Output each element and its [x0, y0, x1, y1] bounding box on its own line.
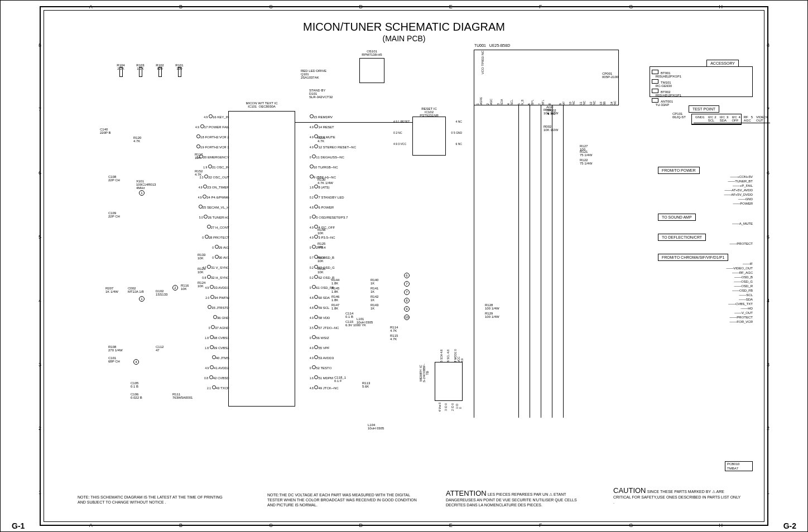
signal-line: ───SDA — [658, 298, 753, 301]
tuner-pin: 8 — [548, 100, 555, 105]
signal-line: ───FOR_VCR — [658, 320, 753, 323]
tuner-pin: 2 AGC — [486, 100, 493, 105]
component: C1140.1 B — [345, 312, 353, 318]
grid-col: C — [269, 4, 273, 9]
component: R111763W5A0001 — [172, 393, 193, 399]
component: R1471.8K — [331, 303, 339, 310]
wire — [518, 105, 519, 418]
signal-line: ───GND — [658, 197, 753, 201]
accessory-item: BT001 R03(AB)2PXGP1 — [652, 70, 751, 78]
inner-frame: MICON/TUNER SCHEMATIC DIAGRAM (MAIN PCB)… — [44, 10, 764, 522]
component: R12310K — [198, 267, 205, 274]
ic-pin: 4 NC — [456, 120, 462, 123]
component: R1304.7K 1/4W — [318, 178, 333, 185]
component: R108270 1/4W — [108, 345, 123, 352]
component: C1050.1 B — [131, 381, 138, 388]
component: L10110uH 0305 — [357, 317, 373, 324]
component: R12510K — [318, 242, 325, 249]
grid-row: 3 — [767, 362, 769, 367]
ic-pin: 4.9 4 I2C_OFF — [310, 225, 356, 235]
component: R1401K — [371, 278, 378, 285]
node-ref: 8 — [404, 298, 410, 303]
grid-row: 2 — [39, 425, 41, 431]
grid-row: 2 — [767, 425, 769, 431]
outer-frame: MICON/TUNER SCHEMATIC DIAGRAM (MAIN PCB)… — [40, 6, 768, 526]
connection-group: FROM/TO POWER ───+CON+5V───TUNER_BT───+P… — [658, 167, 753, 205]
ic-pin: 40 JTMS — [195, 355, 229, 365]
grid-row: 4 — [39, 298, 41, 303]
ic-pin: 0 2 P3.4 — [310, 245, 356, 255]
tuner-pin: 5 V_B — [517, 100, 524, 105]
ic-pin: 10 TU/RGB─NC — [310, 165, 356, 175]
node-ref: 1 — [139, 190, 145, 196]
node-ref: 6 — [404, 273, 410, 278]
ic-pin: 27 H_CONT — [195, 225, 229, 235]
tuner-pin: 1 AGRE — [476, 100, 483, 105]
memory-ic: MEMRY ICS-24C08BF-TB 4 Vss 03 ID 02 ID 0… — [435, 362, 463, 401]
test-point-row: RF AGC5 — [742, 115, 754, 123]
ic-pin: 4.9 1 RESET — [393, 120, 410, 123]
note-1: NOTE: THIS SCHEMATIC DIAGRAM IS THE LATE… — [78, 495, 223, 505]
signal-line: ───PROTECT — [658, 242, 753, 245]
ic-pin: 18 FORTH2:VCR 2 — [195, 134, 229, 144]
remocon-block: OS101RPM7138-H5 — [359, 58, 384, 83]
component: R129100 1/4W — [485, 312, 499, 318]
ic-pin: 0 56 WSIZ — [310, 335, 356, 345]
tuner-pin: 12 NC — [589, 100, 596, 105]
ic-pin: 0 2 NC — [393, 131, 402, 134]
grid-col: G — [629, 523, 633, 528]
component: R12410K — [198, 281, 205, 288]
ic-pin: 1 ID 0 — [455, 402, 462, 409]
test-point-row: I2C OFF4 — [730, 115, 742, 123]
component: R127100 — [580, 144, 588, 151]
grid-row: 5 — [39, 234, 41, 240]
node-ref: 10 — [404, 315, 410, 320]
tuner-pin: 4 SCL — [507, 100, 513, 105]
corner-bl: G-1 — [12, 521, 25, 530]
ic-pin: 0.7 64 OSD_B — [310, 255, 356, 265]
grid-row: 1 — [39, 490, 41, 495]
grid-col: C — [269, 523, 273, 528]
test-point-row: I2C SCL2 — [706, 115, 718, 123]
note-2: NOTE:THE DC VOLTAGE AT EACH PART WAS MEA… — [267, 492, 424, 507]
grid-row: 4 — [767, 298, 769, 303]
component: R2071K 1/4W — [105, 287, 118, 293]
signal-line: ───RF_AGC — [658, 271, 753, 274]
component: R1135.6K — [362, 381, 370, 388]
grid-col: F — [539, 4, 542, 9]
grid-col: D — [359, 523, 363, 528]
page-subtitle: (MAIN PCB) — [383, 34, 426, 43]
component: R00110K 1/2W — [544, 108, 558, 115]
component: C140220P B — [100, 128, 111, 134]
grid-col: A — [89, 523, 93, 528]
connection-group: FROM/TO CHROMA/SIF/VIF/D1/P1 ───IF───VID… — [658, 254, 753, 323]
component: R1154.7K — [390, 334, 398, 341]
memory-ic-label: MEMRY ICS-24C08BF-TB — [419, 362, 429, 384]
ic-pin: 4.9 14 RESET — [310, 124, 356, 134]
grid-col: G — [629, 4, 633, 9]
accessory-box: BT001 R03(AB)2PXGP1TM101 RC-GE930BT002 R… — [650, 66, 753, 97]
grid-row: 7 — [39, 107, 41, 112]
component: R1441.8K — [331, 278, 339, 285]
tuner-pin: 13 B6 — [599, 100, 606, 105]
ic-pin: 4.9 12 STEREO RESET─NC — [310, 144, 356, 154]
ic-pin: 4 Vss 0 — [438, 403, 441, 412]
component: R1431K — [371, 303, 378, 310]
wire — [530, 105, 530, 418]
grid-row: 6 — [767, 170, 769, 176]
connection-group: TO DEFLECTION/CRT ───PROTECT — [658, 234, 753, 245]
ic-pin: 0 28 PROTECT — [195, 235, 229, 245]
ic-pin: 4.9 53 AVDD3 — [310, 355, 356, 365]
tuner-pin: 10 NC — [569, 100, 575, 105]
node-ref: 1 — [139, 296, 145, 302]
ic-pin: 6 SCL 4.8 — [446, 350, 450, 362]
ic-pin: 4.9 16 KEY_IN — [195, 114, 229, 124]
signal-line: ───IF — [658, 262, 753, 265]
component: R14810K — [318, 228, 325, 235]
signal-line: ───TUNER_BT — [658, 180, 753, 183]
ic-pin: 0.2 63 OSD_G — [310, 265, 356, 275]
grid-col: E — [449, 523, 453, 528]
page-title: MICON/TUNER SCHEMATIC DIAGRAM — [303, 21, 505, 33]
caution-block: CAUTION SINCE THESE PARTS MARKED BY ⚠ AR… — [613, 486, 742, 505]
tuner-pin: 7 BTL — [538, 100, 545, 105]
